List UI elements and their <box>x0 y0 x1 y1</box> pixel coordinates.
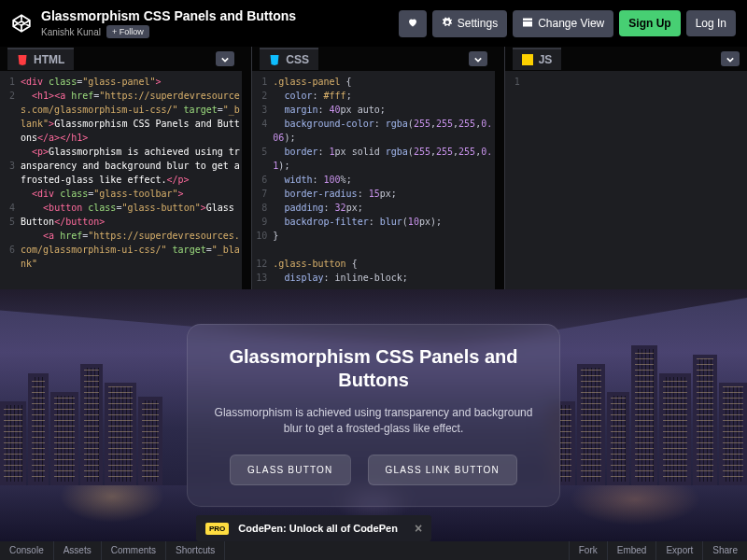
svg-rect-0 <box>523 18 532 21</box>
editor-html-header: HTML <box>0 47 242 71</box>
css-code[interactable]: .glass-panel { color: #fff; margin: 40px… <box>273 75 494 289</box>
editor-css-body[interactable]: 1234 5 678910 1213 .glass-panel { color:… <box>252 71 494 289</box>
tab-html-label: HTML <box>34 53 64 66</box>
header-right: Settings Change View Sign Up Log In <box>399 10 736 37</box>
glass-panel-desc: Glassmorphism is achieved using transpar… <box>214 405 533 437</box>
footer-shortcuts[interactable]: Shortcuts <box>166 541 225 560</box>
author-row: Kanishk Kunal + Follow <box>41 25 296 38</box>
heart-icon <box>407 17 418 31</box>
login-button[interactable]: Log In <box>686 10 736 36</box>
glass-panel: Glassmorphism CSS Panels and Buttons Gla… <box>187 324 560 508</box>
footer-share[interactable]: Share <box>702 541 747 560</box>
signup-button[interactable]: Sign Up <box>619 10 680 36</box>
tab-css-label: CSS <box>286 53 309 66</box>
svg-rect-2 <box>522 54 533 65</box>
chevron-down-icon <box>474 52 482 66</box>
gutter: 1 <box>505 75 526 289</box>
pro-promo-banner[interactable]: PRO CodePen: Unlock all of CodePen × <box>196 515 431 541</box>
footer-fork[interactable]: Fork <box>569 541 607 560</box>
editor-css-header: CSS <box>252 47 494 71</box>
tab-css[interactable]: CSS <box>260 48 318 70</box>
author-name[interactable]: Kanishk Kunal <box>41 27 101 37</box>
js-icon <box>522 54 533 65</box>
close-icon[interactable]: × <box>415 521 422 536</box>
change-view-label: Change View <box>538 17 604 30</box>
change-view-button[interactable]: Change View <box>513 10 613 37</box>
settings-button[interactable]: Settings <box>432 10 507 37</box>
glass-panel-title[interactable]: Glassmorphism CSS Panels and Buttons <box>214 345 533 392</box>
footer-export[interactable]: Export <box>655 541 702 560</box>
editor-css: CSS 1234 5 678910 1213 .glass-panel { co… <box>251 47 494 289</box>
love-button[interactable] <box>399 10 427 37</box>
html-icon <box>17 54 28 65</box>
js-code[interactable] <box>526 75 747 289</box>
header-left: Glassmorphism CSS Panels and Buttons Kan… <box>11 8 296 38</box>
footer-assets[interactable]: Assets <box>54 541 102 560</box>
pro-badge: PRO <box>205 523 229 535</box>
title-block: Glassmorphism CSS Panels and Buttons Kan… <box>41 8 296 38</box>
editor-css-options[interactable] <box>469 51 487 66</box>
editor-js: JS 1 <box>504 47 747 289</box>
settings-label: Settings <box>458 17 498 30</box>
footer-embed[interactable]: Embed <box>607 541 656 560</box>
svg-rect-1 <box>523 21 532 27</box>
glass-button[interactable]: GLASS BUTTON <box>230 455 350 485</box>
footer-comments[interactable]: Comments <box>102 541 166 560</box>
preview-pane: Glassmorphism CSS Panels and Buttons Gla… <box>0 289 747 541</box>
editor-html: HTML 12 3 45 6 <div class="glass-panel">… <box>0 47 242 289</box>
glass-link-button[interactable]: GLASS LINK BUTTON <box>368 455 517 485</box>
chevron-down-icon <box>726 52 734 66</box>
editor-html-body[interactable]: 12 3 45 6 <div class="glass-panel"> <h1>… <box>0 71 242 289</box>
skyline-left <box>0 364 187 485</box>
gear-icon <box>442 17 453 31</box>
glass-toolbar: GLASS BUTTON GLASS LINK BUTTON <box>214 455 533 485</box>
footer-bar: Console Assets Comments Shortcuts Fork E… <box>0 541 747 560</box>
editor-js-options[interactable] <box>721 51 740 66</box>
editor-html-options[interactable] <box>216 51 234 66</box>
editors-row: HTML 12 3 45 6 <div class="glass-panel">… <box>0 47 747 289</box>
gutter: 1234 5 678910 1213 <box>252 75 273 289</box>
footer-left: Console Assets Comments Shortcuts <box>0 541 225 560</box>
tab-js-label: JS <box>539 53 553 66</box>
layout-icon <box>522 17 533 31</box>
top-header: Glassmorphism CSS Panels and Buttons Kan… <box>0 0 747 47</box>
gutter: 12 3 45 6 <box>0 75 21 289</box>
tab-html[interactable]: HTML <box>7 48 74 70</box>
css-icon <box>269 54 280 65</box>
promo-text: CodePen: Unlock all of CodePen <box>238 523 398 534</box>
follow-button[interactable]: + Follow <box>106 25 149 38</box>
codepen-logo-icon[interactable] <box>11 13 32 34</box>
footer-console[interactable]: Console <box>0 541 54 560</box>
chevron-down-icon <box>221 52 229 66</box>
editor-js-header: JS <box>505 47 747 71</box>
tab-js[interactable]: JS <box>513 48 562 70</box>
pen-title[interactable]: Glassmorphism CSS Panels and Buttons <box>41 8 296 23</box>
footer-right: Fork Embed Export Share <box>569 541 747 560</box>
editor-js-body[interactable]: 1 <box>505 71 747 289</box>
html-code[interactable]: <div class="glass-panel"> <h1><a href="h… <box>21 75 242 289</box>
